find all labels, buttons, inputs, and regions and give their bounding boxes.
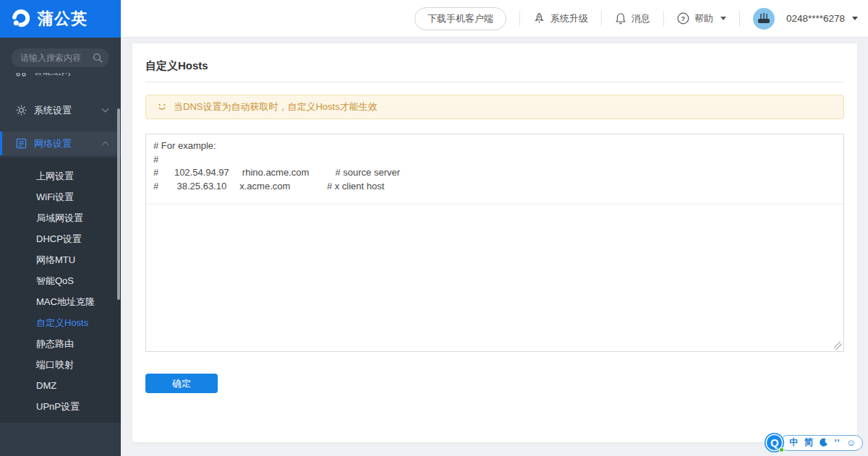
download-app-button[interactable]: 下载手机客户端: [414, 7, 506, 30]
caret-down-icon: [852, 17, 858, 20]
sidebar-scrollbar[interactable]: [117, 108, 120, 300]
textarea-resize-handle[interactable]: [834, 342, 842, 350]
sidebar-search: [12, 48, 109, 67]
account-menu[interactable]: 0248****6278: [753, 8, 858, 30]
ime-logo-button[interactable]: Q: [765, 433, 784, 452]
dns-notice-banner: 当DNS设置为自动获取时，自定义Hosts才能生效: [145, 95, 844, 119]
app-window: 蒲公英 智能组网: [0, 0, 868, 456]
list-panel-icon: [16, 138, 27, 149]
custom-hosts-card: 自定义Hosts 当DNS设置为自动获取时，自定义Hosts才能生效 # For…: [132, 43, 857, 442]
brand-logo-icon: [10, 8, 32, 30]
ime-options-bar: 中 简 ’’ ☺: [780, 435, 863, 451]
brand-header[interactable]: 蒲公英: [0, 0, 121, 38]
ime-simplified-toggle[interactable]: 简: [804, 436, 814, 449]
sidebar-item-smart-qos[interactable]: 智能QoS: [0, 270, 121, 291]
router-icon: [757, 13, 770, 25]
sidebar-item-clipped[interactable]: 智能组网: [0, 73, 121, 82]
sidebar-item-label: 网络设置: [34, 137, 72, 150]
topbar-divider: [663, 11, 664, 27]
hosts-example-text: # For example: # # 102.54.94.97 rhino.ac…: [146, 134, 843, 198]
help-label: 帮助: [694, 12, 713, 25]
ime-chinese-mode-toggle[interactable]: 中: [789, 436, 799, 449]
brand-name: 蒲公英: [38, 8, 88, 30]
system-upgrade-button[interactable]: 系统升级: [533, 12, 588, 25]
hosts-textarea[interactable]: # For example: # # 102.54.94.97 rhino.ac…: [145, 134, 844, 352]
gear-icon: [16, 105, 27, 116]
dns-notice-text: 当DNS设置为自动获取时，自定义Hosts才能生效: [174, 100, 378, 113]
sidebar-item-wifi-settings[interactable]: WiFi设置: [0, 186, 121, 207]
chevron-down-icon: [102, 106, 109, 113]
messages-label: 消息: [631, 12, 650, 25]
caret-down-icon: [720, 17, 726, 20]
topbar-divider: [739, 11, 740, 27]
network-nodes-icon: [16, 73, 26, 77]
sidebar-item-custom-hosts[interactable]: 自定义Hosts: [0, 312, 121, 333]
sidebar-item-static-route[interactable]: 静态路由: [0, 333, 121, 354]
sidebar-item-upnp-settings[interactable]: UPnP设置: [0, 396, 121, 417]
account-id: 0248****6278: [786, 13, 845, 24]
network-settings-submenu: 上网设置 WiFi设置 局域网设置 DHCP设置 网络MTU 智能QoS MAC…: [0, 158, 121, 423]
sidebar-item-dhcp-settings[interactable]: DHCP设置: [0, 228, 121, 249]
sidebar-item-network-settings[interactable]: 网络设置: [0, 132, 121, 155]
hosts-inner-divider: [146, 204, 843, 205]
sidebar: 蒲公英 智能组网: [0, 0, 121, 456]
sidebar-item-dmz[interactable]: DMZ: [0, 375, 121, 396]
sidebar-item-wan-settings[interactable]: 上网设置: [0, 165, 121, 186]
system-upgrade-label: 系统升级: [550, 12, 588, 25]
question-circle-icon: ?: [677, 12, 689, 25]
title-divider: [145, 82, 844, 82]
search-icon[interactable]: [93, 53, 103, 63]
ime-logo-letter: Q: [770, 436, 779, 449]
confirm-button[interactable]: 确定: [145, 374, 218, 393]
topbar: 下载手机客户端 系统升级 消息 ?: [121, 0, 868, 38]
smiley-icon: [157, 102, 167, 112]
sidebar-item-system-settings[interactable]: 系统设置: [0, 98, 121, 122]
help-menu[interactable]: ? 帮助: [677, 12, 726, 25]
sidebar-item-mac-clone[interactable]: MAC地址克隆: [0, 291, 121, 312]
bell-icon: [615, 12, 626, 25]
ime-punctuation-toggle[interactable]: ’’: [834, 438, 840, 448]
ime-toolbar: Q 中 简 ’’ ☺: [765, 433, 863, 452]
topbar-divider: [601, 11, 602, 27]
page-title: 自定义Hosts: [145, 59, 844, 73]
content-area: 自定义Hosts 当DNS设置为自动获取时，自定义Hosts才能生效 # For…: [121, 38, 868, 456]
topbar-divider: [519, 11, 520, 27]
sidebar-item-lan-settings[interactable]: 局域网设置: [0, 207, 121, 228]
sidebar-item-label: 智能组网: [33, 73, 71, 78]
sidebar-item-label: 系统设置: [34, 104, 72, 117]
sidebar-item-port-mapping[interactable]: 端口映射: [0, 354, 121, 375]
moon-icon[interactable]: [819, 438, 828, 447]
rocket-icon: [533, 12, 545, 25]
sidebar-item-network-mtu[interactable]: 网络MTU: [0, 249, 121, 270]
svg-text:?: ?: [681, 14, 686, 22]
messages-button[interactable]: 消息: [615, 12, 650, 25]
ime-status-dot: [779, 447, 784, 452]
ime-emoji-button[interactable]: ☺: [846, 437, 856, 448]
chevron-up-icon: [102, 142, 109, 149]
avatar: [753, 8, 775, 30]
